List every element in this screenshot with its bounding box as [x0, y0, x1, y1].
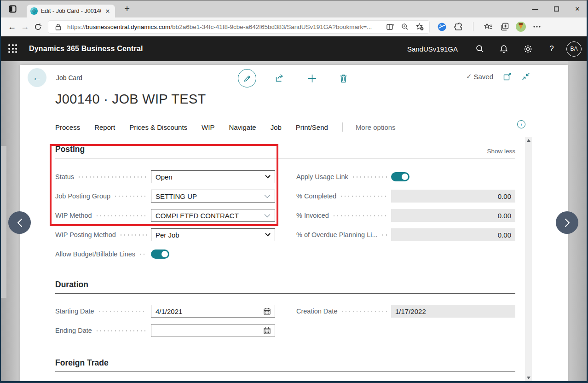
address-bar[interactable]: https://businesscentral.dynamics.com/bb2… [48, 20, 430, 34]
url-protocol: https:// [67, 23, 86, 30]
extensions-puzzle-icon[interactable] [453, 21, 464, 32]
wip-method-label: WIP Method [55, 212, 92, 219]
duration-section-title[interactable]: Duration [55, 280, 515, 290]
tab-groups-icon[interactable] [499, 21, 510, 32]
save-status: ✓Saved [466, 72, 493, 81]
more-menu-icon[interactable] [531, 21, 542, 32]
url-domain: businesscentral.dynamics.com [86, 23, 171, 30]
minimize-button[interactable]: — [525, 0, 546, 17]
chevron-left-icon [17, 218, 23, 227]
menu-wip[interactable]: WIP [202, 123, 214, 131]
page-scrollbar[interactable] [525, 137, 532, 382]
collapse-layout-icon[interactable] [522, 72, 530, 81]
wip-posting-method-select[interactable]: Per Job [151, 228, 275, 241]
window-left-edge [0, 0, 1, 383]
scroll-up-icon[interactable] [525, 137, 532, 144]
browser-tab[interactable]: Edit - Job Card - J00140 · JOB WI ✕ [27, 5, 115, 17]
foreign-trade-section-title[interactable]: Foreign Trade [55, 358, 515, 368]
new-record-icon[interactable] [303, 69, 321, 87]
field-pct-invoiced: % Invoiced 0.00 [296, 209, 515, 222]
browser-window: Edit - Job Card - J00140 · JOB WI ✕ + — … [0, 0, 588, 383]
menu-more-options[interactable]: More options [356, 123, 396, 131]
field-ending-date: Ending Date [55, 324, 275, 337]
status-select[interactable]: Open [151, 170, 275, 183]
delete-trash-icon[interactable] [334, 69, 352, 87]
show-less-link[interactable]: Show less [487, 148, 515, 155]
calendar-icon[interactable] [264, 308, 271, 315]
collections-icon[interactable] [483, 21, 494, 32]
apps-waffle-icon[interactable] [7, 43, 19, 55]
page-caption: Job Card [56, 74, 82, 81]
creation-date-value: 1/17/2022 [391, 305, 515, 318]
starting-date-input[interactable] [156, 308, 264, 315]
next-record-button[interactable] [556, 211, 578, 234]
environment-name[interactable]: SandUSv191GA [407, 45, 458, 53]
pct-completed-label: % Completed [296, 192, 336, 200]
chevron-right-icon [565, 218, 570, 227]
blue-globe-extension-icon[interactable] [436, 21, 447, 32]
field-job-posting-group: Job Posting Group SETTING UP [55, 190, 275, 203]
maximize-button[interactable] [546, 0, 567, 17]
menu-job[interactable]: Job [271, 123, 282, 131]
edit-pencil-icon[interactable] [238, 69, 256, 87]
forward-icon[interactable]: → [18, 20, 31, 33]
field-wip-posting-method: WIP Posting Method Per Job [55, 228, 275, 241]
card-content: Posting Show less Status Open [55, 145, 515, 372]
menu-navigate[interactable]: Navigate [229, 123, 256, 131]
tab-close-icon[interactable]: ✕ [104, 8, 111, 15]
settings-gear-icon[interactable] [516, 36, 540, 61]
lock-icon[interactable] [52, 21, 63, 32]
saved-check-icon: ✓ [466, 72, 472, 81]
page-back-button[interactable]: ← [28, 68, 46, 87]
menu-divider [342, 122, 343, 132]
share-icon[interactable] [271, 69, 289, 87]
previous-record-button[interactable] [8, 211, 31, 234]
add-favorite-icon[interactable] [414, 21, 425, 32]
field-status: Status Open [55, 170, 275, 183]
ending-date-input[interactable] [156, 327, 264, 335]
refresh-icon[interactable] [31, 20, 44, 33]
section-posting: Posting Show less Status Open [55, 145, 515, 261]
page-action-bar: ← Job Card ✓Saved [20, 65, 568, 91]
menu-process[interactable]: Process [55, 123, 80, 131]
job-card-page: ← Job Card ✓Saved [20, 65, 568, 381]
lookup-chevron-icon [264, 214, 271, 218]
back-icon[interactable]: ← [6, 20, 18, 33]
help-icon[interactable]: ? [540, 36, 564, 61]
pct-completed-value: 0.00 [391, 190, 515, 203]
new-tab-button[interactable]: + [121, 4, 133, 14]
browser-titlebar: Edit - Job Card - J00140 · JOB WI ✕ + — … [0, 0, 588, 17]
page-menubar: Process Report Prices & Discounts WIP Na… [55, 120, 568, 134]
menu-print-send[interactable]: Print/Send [296, 123, 328, 131]
menu-prices-discounts[interactable]: Prices & Discounts [129, 123, 187, 131]
back-arrow-icon: ← [33, 72, 42, 83]
window-bottom-edge [0, 381, 588, 383]
business-central-favicon [30, 7, 38, 15]
menu-report[interactable]: Report [94, 123, 115, 131]
info-icon[interactable]: i [517, 120, 525, 128]
job-posting-group-lookup[interactable]: SETTING UP [151, 190, 275, 203]
close-window-button[interactable]: ✕ [567, 0, 588, 17]
wip-posting-method-label: WIP Posting Method [55, 231, 116, 238]
field-pct-overdue-planning: % of Overdue Planning Li... 0.00 [296, 228, 515, 241]
toolbar-extensions [436, 21, 542, 32]
search-icon[interactable] [468, 36, 492, 61]
allow-budget-billable-lines-toggle[interactable] [151, 250, 169, 259]
calendar-icon[interactable] [264, 327, 271, 334]
apply-usage-link-toggle[interactable] [391, 172, 409, 181]
wip-method-lookup[interactable]: COMPLETED CONTRACT [151, 209, 275, 222]
pizza-extension-icon[interactable] [516, 22, 526, 32]
posting-section-title[interactable]: Posting [55, 145, 515, 154]
ending-date-label: Ending Date [55, 327, 92, 334]
scroll-down-icon[interactable] [525, 375, 532, 381]
split-screen-icon[interactable] [385, 21, 396, 32]
notifications-bell-icon[interactable] [492, 36, 516, 61]
creation-date-label: Creation Date [296, 308, 337, 315]
zoom-icon[interactable] [399, 21, 410, 32]
open-in-new-window-icon[interactable] [503, 73, 512, 81]
tab-actions-icon[interactable] [6, 3, 19, 15]
scrollbar-thumb[interactable] [1, 146, 6, 298]
user-avatar[interactable]: BA [566, 41, 582, 57]
job-posting-group-label: Job Posting Group [55, 192, 110, 200]
field-apply-usage-link: Apply Usage Link [296, 170, 515, 183]
